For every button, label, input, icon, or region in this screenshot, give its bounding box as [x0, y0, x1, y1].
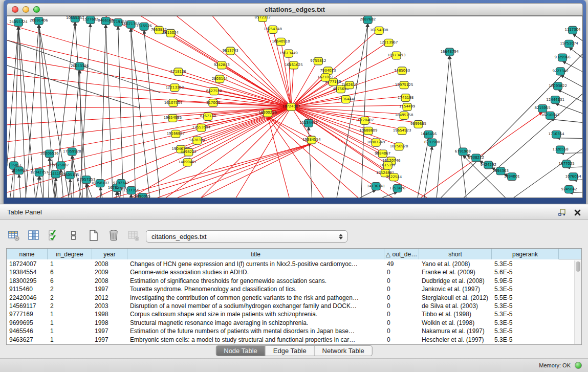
graph-node[interactable]: 13505135: [61, 171, 79, 179]
graph-node[interactable]: 19654923: [393, 127, 411, 135]
graph-node[interactable]: 10973493: [387, 52, 406, 59]
graph-node[interactable]: 2803144: [212, 75, 228, 83]
table-row[interactable]: 946362711997Embryonic stem cells: a mode…: [7, 336, 574, 344]
graph-node[interactable]: 18807249: [367, 139, 385, 146]
graph-node[interactable]: 20206536: [40, 150, 59, 158]
graph-node[interactable]: 16958107: [91, 180, 110, 187]
graph-node[interactable]: 10688609: [359, 127, 378, 135]
graph-node[interactable]: 19613449: [279, 50, 298, 57]
graph-node[interactable]: 16648794: [441, 48, 459, 56]
graph-node[interactable]: 7485063: [394, 67, 410, 75]
graph-node[interactable]: 9884067: [375, 150, 390, 158]
graph-node[interactable]: 12975125: [395, 81, 413, 89]
graph-node[interactable]: 18495758: [395, 112, 413, 119]
graph-node[interactable]: 317004: [206, 99, 220, 107]
graph-node[interactable]: 12444131: [546, 96, 564, 104]
graph-node[interactable]: 2136444: [338, 96, 354, 103]
network-graph-canvas[interactable]: 2405572420691406106552571527602846616010…: [7, 16, 583, 198]
graph-node[interactable]: 4498222: [181, 148, 197, 156]
column-header-short[interactable]: short: [419, 249, 492, 259]
close-panel-icon[interactable]: [573, 208, 582, 217]
window-titlebar[interactable]: citations_edges.txt: [7, 3, 583, 16]
table-column-icon[interactable]: [27, 229, 40, 242]
graph-node[interactable]: 9227342: [553, 68, 569, 75]
column-header-in_degree[interactable]: in_degree: [48, 249, 92, 259]
graph-node[interactable]: 9245042: [561, 186, 577, 193]
delete-table-icon[interactable]: [107, 229, 120, 242]
table-row[interactable]: 1456911722003Disruption of a novel membe…: [7, 302, 574, 310]
select-columns-icon[interactable]: [47, 229, 60, 242]
table-row[interactable]: 1872400712008Changes of HCN gene express…: [7, 260, 574, 268]
table-row[interactable]: 2242004622012Investigating the contribut…: [7, 294, 574, 302]
graph-node[interactable]: 1745198: [398, 94, 413, 102]
table-row[interactable]: 1830029562008Estimation of significance …: [7, 277, 574, 285]
table-row[interactable]: 946554611997Estimation of the future num…: [7, 327, 574, 335]
graph-node[interactable]: 8215955: [535, 105, 551, 113]
graph-node[interactable]: 14099481: [179, 159, 197, 166]
graph-node[interactable]: 7522544: [386, 173, 402, 181]
table-row[interactable]: 1938455462009Genome-wide association stu…: [7, 268, 574, 276]
graph-node[interactable]: 1694363: [493, 167, 509, 175]
graph-node[interactable]: 7515526: [136, 23, 152, 30]
tab-node-table[interactable]: Node Table: [216, 346, 265, 356]
graph-node[interactable]: 12553594: [192, 124, 211, 132]
delete-column-icon-disabled[interactable]: [127, 229, 140, 242]
graph-node[interactable]: 1694001: [504, 173, 520, 181]
graph-node[interactable]: 8791900: [424, 139, 440, 146]
new-table-icon[interactable]: [87, 229, 100, 242]
table-source-select[interactable]: citations_edges.txt: [146, 230, 347, 243]
graph-node[interactable]: 19384554: [302, 136, 321, 144]
graph-node[interactable]: 14136141: [367, 183, 385, 190]
graph-node[interactable]: 1077025: [559, 160, 575, 168]
tab-edge-table[interactable]: Edge Table: [265, 346, 314, 356]
table-row[interactable]: 911546021997Tourette syndrome. Phenomeno…: [7, 285, 574, 293]
table-settings-icon[interactable]: [7, 229, 20, 242]
graph-node[interactable]: 18756928: [390, 143, 408, 150]
graph-node[interactable]: 1076054: [565, 173, 581, 181]
graph-node[interactable]: 9899685: [410, 120, 426, 128]
column-header-out_de[interactable]: △ out_de…: [384, 249, 419, 259]
graph-node[interactable]: 9329966: [555, 54, 571, 61]
graph-node[interactable]: 1753426: [389, 185, 405, 192]
column-header-title[interactable]: title: [127, 249, 384, 259]
graph-node[interactable]: 1527602: [82, 16, 98, 24]
graph-node[interactable]: 8615024: [163, 29, 179, 37]
graph-node[interactable]: 2887682: [360, 16, 376, 24]
graph-node[interactable]: 9613743: [223, 47, 238, 55]
graph-node[interactable]: 1710354: [549, 130, 565, 138]
table-row[interactable]: 969969511998Structural magnetic resonanc…: [7, 319, 574, 327]
graph-node[interactable]: 12093822: [549, 82, 567, 90]
graph-node[interactable]: 1320558: [553, 146, 569, 154]
graph-node[interactable]: 9424292: [481, 161, 496, 169]
graph-node[interactable]: 5678334: [189, 137, 206, 144]
graph-node[interactable]: 9975887: [53, 162, 69, 169]
graph-node[interactable]: 16210643: [541, 112, 559, 119]
column-header-name[interactable]: name: [7, 249, 48, 259]
graph-node[interactable]: 20691406: [30, 17, 48, 25]
graph-node[interactable]: 9755812: [310, 57, 326, 65]
merge-rows-icon[interactable]: [67, 229, 80, 242]
graph-node[interactable]: 11254348: [264, 26, 282, 33]
graph-node[interactable]: 15751074: [560, 40, 578, 48]
graph-node[interactable]: 8267130: [200, 113, 216, 120]
graph-node[interactable]: 1537356: [123, 187, 139, 194]
graph-node[interactable]: 16161625: [285, 61, 303, 69]
graph-node[interactable]: 8938212: [468, 154, 484, 162]
graph-node[interactable]: 1646456: [421, 130, 437, 138]
graph-node[interactable]: 1154499: [399, 103, 415, 111]
scrollbar-thumb[interactable]: [576, 261, 580, 272]
graph-node[interactable]: 16640910: [272, 38, 290, 46]
tab-network-table[interactable]: Network Table: [314, 346, 372, 356]
table-row[interactable]: 977716911998Corpus callosum shape and si…: [7, 310, 574, 318]
table-vertical-scrollbar[interactable]: [574, 260, 581, 344]
float-panel-icon[interactable]: [557, 208, 567, 217]
graph-node[interactable]: 17359928: [63, 148, 81, 156]
graph-node[interactable]: 12213363: [166, 84, 184, 92]
graph-node[interactable]: 2718126: [170, 68, 186, 76]
graph-node[interactable]: 9242843: [214, 61, 230, 69]
graph-node[interactable]: 15134457: [299, 119, 318, 127]
column-header-year[interactable]: year: [92, 249, 127, 259]
graph-node[interactable]: 10655257: [66, 16, 84, 22]
column-header-pagerank[interactable]: pagerank: [492, 249, 559, 259]
graph-node[interactable]: 16107554: [164, 99, 183, 107]
